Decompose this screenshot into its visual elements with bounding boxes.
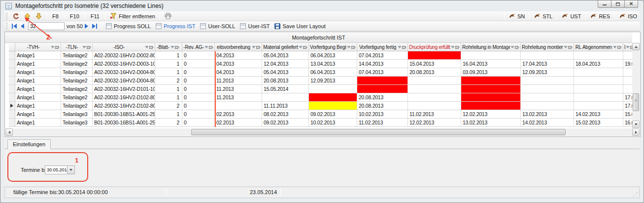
cell-tvh[interactable]: Anlage1 <box>15 68 61 77</box>
column-header-rm[interactable]: Rohrleitung montiert <box>521 43 574 51</box>
cell-dp[interactable] <box>408 102 461 110</box>
f8-button[interactable]: F8 <box>49 12 62 20</box>
filter-icon[interactable] <box>51 46 55 48</box>
cell-tln[interactable]: Teilanlage2 <box>61 68 93 77</box>
f11-button[interactable]: F11 <box>87 12 103 20</box>
cell-av[interactable]: 04.2013 <box>215 60 262 68</box>
previous-record-button[interactable] <box>19 23 26 30</box>
cell-d[interactable]: 17.02 <box>623 93 633 102</box>
filter-icon[interactable] <box>170 46 174 48</box>
progress-ist-button[interactable]: Progress IST <box>153 22 198 30</box>
user-soll-button[interactable]: User-SOLL <box>198 22 237 30</box>
table-row[interactable]: Anlage1Teilanlage2A02-20032-16HV2-D101-1… <box>9 85 633 93</box>
cell-rev[interactable]: 0 <box>182 51 215 60</box>
tab-einstellungen[interactable]: Einstellungen <box>7 139 51 149</box>
f10-button[interactable]: F10 <box>67 12 83 20</box>
cell-tln[interactable]: Teilanlage2 <box>61 85 93 93</box>
title-bar[interactable]: Montagefortschritt pro Isometrie (32 ver… <box>0 0 644 11</box>
cell-tvh[interactable]: Anlage1 <box>15 77 61 85</box>
cell-rev[interactable]: 0 <box>182 85 215 93</box>
cell-tvh[interactable]: Anlage1 <box>15 102 61 110</box>
filter-icon[interactable] <box>613 46 617 48</box>
cell-dp[interactable] <box>408 85 461 93</box>
cell-mg[interactable] <box>262 93 309 102</box>
pin-icon[interactable] <box>617 45 622 49</box>
cell-dp[interactable]: 11.02.2013 <box>408 110 461 119</box>
cell-mg[interactable]: 09.02.2013 <box>262 119 309 127</box>
cell-rla[interactable] <box>574 51 623 60</box>
save-user-layout-button[interactable]: Save User Layout <box>272 22 328 30</box>
table-row[interactable]: Anlage1Teilanlage2A02-20032-16HV2-D003-1… <box>9 60 633 68</box>
pin-icon[interactable] <box>175 45 179 49</box>
cell-iso[interactable]: A02-20032-16HV2-D004-80 <box>93 68 155 77</box>
table-row[interactable]: Anlage1Teilanlage2A02-20032-16HV2-D004-8… <box>9 68 633 77</box>
cell-d[interactable]: 16.02 <box>623 119 633 127</box>
cell-av[interactable]: 04.2013 <box>215 51 262 60</box>
horizontal-scroll-thumb[interactable] <box>191 129 566 135</box>
column-header-dp[interactable]: Druckprüfung erfüllt <box>408 43 461 51</box>
filter-icon[interactable] <box>82 46 86 48</box>
cell-rm[interactable]: 14.02.2013 <box>521 119 574 127</box>
minimize-button[interactable] <box>598 0 611 8</box>
filter-icon[interactable] <box>626 46 630 48</box>
cell-blatt[interactable]: 2 <box>155 77 182 85</box>
cell-vb[interactable] <box>309 85 357 93</box>
cell-mg[interactable]: 15.05.2014 <box>262 85 309 93</box>
filter-icon[interactable] <box>252 46 256 48</box>
cell-mg[interactable]: 05.04.2013 <box>262 51 309 60</box>
cell-rev[interactable]: 0 <box>182 93 215 102</box>
cell-blatt[interactable]: 1 <box>155 85 182 93</box>
column-header-blatt[interactable]: -Blatt- <box>155 43 182 51</box>
pin-icon[interactable] <box>455 45 460 49</box>
cell-vb[interactable]: 06.04.2013 <box>309 68 357 77</box>
remove-filter-button[interactable]: Filter entfernen <box>107 12 158 20</box>
cell-rm[interactable] <box>521 93 574 102</box>
refresh-button[interactable] <box>10 12 22 21</box>
last-record-button[interactable] <box>90 23 99 30</box>
stl-button[interactable]: STL <box>532 12 555 20</box>
cell-mg[interactable]: 11.11.2013 <box>262 102 309 110</box>
cell-rev[interactable]: 0 <box>182 77 215 85</box>
cell-rim[interactable] <box>461 51 521 60</box>
cell-vb[interactable]: 12.09.2013 <box>309 77 357 85</box>
table-row[interactable]: Anlage1Teilanlage3B01-20030-16BS1-A001-2… <box>9 119 633 127</box>
row-selector[interactable] <box>9 85 15 93</box>
cell-tvh[interactable]: Anlage1 <box>15 60 61 68</box>
column-header-rim[interactable]: Rohrleitung in Montage <box>461 43 521 51</box>
filter-icon[interactable] <box>145 46 149 48</box>
cell-rla[interactable] <box>574 68 623 77</box>
cell-rla[interactable] <box>574 102 623 110</box>
cell-mg[interactable]: 08.02.2013 <box>262 110 309 119</box>
row-selector[interactable] <box>9 110 15 119</box>
cell-iso[interactable]: A02-20032-16HV2-D004-80 <box>93 77 155 85</box>
cell-iso[interactable]: B01-20030-16BS1-A001-25 <box>93 119 155 127</box>
cell-blatt[interactable]: 1 <box>155 60 182 68</box>
pin-icon[interactable] <box>568 45 573 49</box>
cell-dp[interactable]: 20.08.2013 <box>408 68 461 77</box>
res-button[interactable]: RES <box>588 12 612 20</box>
cell-rim[interactable] <box>461 93 521 102</box>
close-button[interactable]: ✕ <box>624 0 638 8</box>
cell-av[interactable] <box>215 102 262 110</box>
row-selector[interactable] <box>9 119 15 127</box>
row-selector[interactable] <box>9 60 15 68</box>
horizontal-scrollbar[interactable] <box>5 128 640 136</box>
cell-rla[interactable] <box>574 93 623 102</box>
cell-vb[interactable]: 10.02.2013 <box>309 119 357 127</box>
cell-rm[interactable] <box>521 85 574 93</box>
iso-button[interactable]: ISO <box>617 12 640 20</box>
next-record-button[interactable] <box>83 23 90 30</box>
pin-icon[interactable] <box>87 45 91 49</box>
cell-rla[interactable]: 14.02.2013 <box>574 110 623 119</box>
column-header-mg[interactable]: Material geliefert <box>262 43 309 51</box>
table-row[interactable]: Anlage1Teilanlage2A02-20032-16HV2-D002-8… <box>9 51 633 60</box>
cell-d[interactable] <box>623 77 633 85</box>
cell-vb[interactable]: 06.04.2013 <box>309 51 357 60</box>
maximize-button[interactable] <box>611 0 625 8</box>
cell-tvh[interactable]: Anlage1 <box>15 119 61 127</box>
cell-iso[interactable]: A02-20032-16HV2-D101-100 <box>93 85 155 93</box>
cell-vf[interactable]: 20.08.2013 <box>357 93 408 102</box>
cell-dp[interactable] <box>408 51 461 60</box>
row-selector[interactable] <box>9 68 15 77</box>
cell-vf[interactable]: 11.02.2013 <box>357 119 408 127</box>
